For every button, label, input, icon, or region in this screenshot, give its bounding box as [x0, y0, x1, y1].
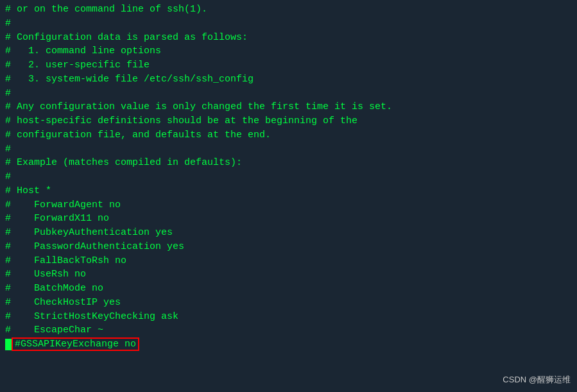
code-line: # PubkeyAuthentication yes: [5, 226, 572, 240]
code-line: # Example (matches compiled in defaults)…: [5, 156, 572, 170]
code-line: # Configuration data is parsed as follow…: [5, 31, 572, 45]
code-line: # host-specific definitions should be at…: [5, 114, 572, 128]
code-line: #: [5, 87, 572, 101]
code-line: # Any configuration value is only change…: [5, 100, 572, 114]
code-line: #: [5, 170, 572, 184]
code-line: # CheckHostIP yes: [5, 296, 572, 310]
code-line: # FallBackToRsh no: [5, 254, 572, 268]
code-content: # or on the command line of ssh(1).## Co…: [5, 3, 572, 337]
code-line: # ForwardAgent no: [5, 198, 572, 212]
code-line: # or on the command line of ssh(1).: [5, 3, 572, 17]
code-line: # ForwardX11 no: [5, 212, 572, 226]
code-line: # Host *: [5, 184, 572, 198]
code-line: # configuration file, and defaults at th…: [5, 128, 572, 142]
code-line: # BatchMode no: [5, 282, 572, 296]
code-line: # PasswordAuthentication yes: [5, 240, 572, 254]
code-line: # UseRsh no: [5, 268, 572, 282]
code-line: # 2. user-specific file: [5, 58, 572, 72]
watermark-text: CSDN @醒狮运维: [503, 374, 571, 386]
cursor: [5, 339, 12, 350]
code-line: # StrictHostKeyChecking ask: [5, 310, 572, 324]
last-line-container: #GSSAPIKeyExchange no: [5, 337, 572, 351]
code-line: #: [5, 142, 572, 157]
terminal-window: # or on the command line of ssh(1).## Co…: [0, 0, 577, 392]
code-line: #: [5, 17, 572, 31]
code-line: # EscapeChar ~: [5, 323, 572, 337]
code-line: # 3. system-wide file /etc/ssh/ssh_confi…: [5, 72, 572, 87]
code-line: # 1. command line options: [5, 44, 572, 58]
last-line-text: #GSSAPIKeyExchange no: [12, 337, 139, 351]
